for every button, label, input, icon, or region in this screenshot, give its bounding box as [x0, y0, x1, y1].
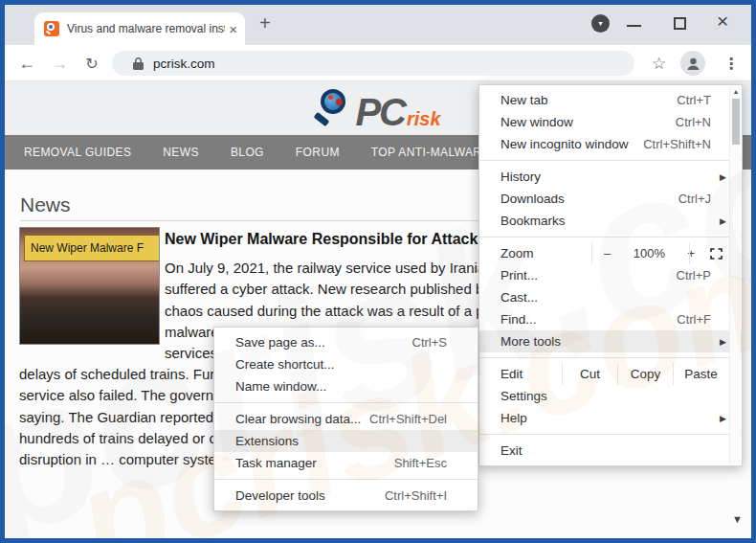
menu-item-new-incognito-window[interactable]: New incognito window Ctrl+Shift+N [479, 133, 742, 155]
menu-item-exit[interactable]: Exit [479, 440, 742, 462]
fullscreen-icon [710, 248, 723, 260]
menu-item-edit: Edit Cut Copy Paste [479, 363, 742, 385]
more-tools-submenu: Save page as... Ctrl+S Create shortcut..… [213, 327, 478, 511]
menu-item-print[interactable]: Print... Ctrl+P [479, 264, 742, 286]
article-line: chaos caused during the attack was a res… [165, 301, 494, 322]
title-bar: Virus and malware removal instru × + ▼ × [5, 5, 751, 45]
menu-label: New tab [500, 93, 548, 107]
menu-item-new-tab[interactable]: New tab Ctrl+T [479, 89, 742, 111]
menu-label: Edit [500, 367, 523, 381]
nav-top-anti-malware[interactable]: TOP ANTI-MALWARE [371, 146, 490, 159]
url-text: pcrisk.com [153, 57, 215, 71]
nav-blog[interactable]: BLOG [231, 146, 264, 159]
menu-item-find[interactable]: Find... Ctrl+F [479, 308, 742, 330]
article-line: suffered a cyber attack. New research pu… [165, 279, 494, 300]
submenu-arrow-icon: ▶ [720, 216, 726, 226]
submenu-item-save-page-as[interactable]: Save page as... Ctrl+S [214, 331, 478, 353]
menu-separator [479, 237, 742, 238]
article-body-continued: delays of scheduled trains. Fur service … [19, 364, 216, 470]
nav-removal-guides[interactable]: REMOVAL GUIDES [24, 146, 131, 159]
submenu-arrow-icon: ▶ [720, 414, 726, 423]
menu-label: Bookmarks [500, 214, 566, 228]
article-line: disruption in … computer syste [19, 449, 216, 470]
menu-label: Save page as... [235, 335, 325, 350]
menu-scrollbar[interactable]: ▲ [729, 86, 741, 464]
menu-item-bookmarks[interactable]: Bookmarks ▶ [479, 210, 742, 232]
logo-text-pc: PC [355, 95, 405, 129]
menu-separator [479, 160, 742, 161]
menu-shortcut: Ctrl+Shift+I [385, 488, 447, 503]
menu-item-new-window[interactable]: New window Ctrl+N [479, 111, 742, 133]
menu-label: Task manager [235, 456, 317, 470]
menu-item-help[interactable]: Help ▶ [479, 407, 742, 429]
scroll-up-icon[interactable]: ▲ [730, 88, 742, 95]
menu-item-more-tools[interactable]: More tools ▶ [479, 330, 742, 352]
menu-item-cast[interactable]: Cast... [479, 286, 742, 308]
back-button[interactable]: ← [14, 45, 39, 81]
menu-item-history[interactable]: History ▶ [479, 166, 742, 188]
submenu-item-name-window[interactable]: Name window... [214, 375, 478, 397]
tab-close-icon[interactable]: × [229, 21, 237, 37]
submenu-arrow-icon: ▶ [720, 172, 726, 182]
zoom-out-button[interactable]: – [604, 246, 611, 260]
pcrisk-favicon-icon [44, 21, 59, 36]
edit-cut-button[interactable]: Cut [562, 363, 617, 385]
forward-button: → [47, 45, 72, 81]
scroll-down-icon[interactable]: ▼ [732, 513, 743, 525]
menu-label: Clear browsing data... [235, 412, 361, 426]
tab-search-icon[interactable]: ▼ [591, 14, 610, 33]
menu-item-downloads[interactable]: Downloads Ctrl+J [479, 188, 742, 210]
new-tab-button[interactable]: + [259, 12, 271, 34]
menu-label: Name window... [235, 379, 326, 394]
menu-label: New incognito window [500, 137, 629, 151]
window-minimize-button[interactable] [627, 25, 641, 27]
menu-label: Extensions [235, 434, 299, 448]
scrollbar-thumb[interactable] [732, 99, 740, 145]
menu-label: Developer tools [235, 488, 325, 503]
menu-label: Create shortcut... [235, 357, 335, 372]
article-thumbnail[interactable]: New Wiper Malware F [19, 227, 160, 345]
menu-label: Downloads [500, 192, 565, 206]
edit-copy-button[interactable]: Copy [617, 363, 673, 385]
edit-paste-button[interactable]: Paste [673, 363, 728, 385]
submenu-item-developer-tools[interactable]: Developer tools Ctrl+Shift+I [214, 485, 478, 507]
browser-window: Virus and malware removal instru × + ▼ ×… [0, 0, 756, 543]
menu-label: Zoom [500, 246, 534, 260]
menu-shortcut: Ctrl+N [676, 115, 711, 129]
logo-text-risk: risk [407, 108, 441, 129]
menu-shortcut: Shift+Esc [394, 456, 447, 470]
article-line: service also failed. The govern [19, 385, 216, 406]
browser-tab[interactable]: Virus and malware removal instru × [34, 12, 245, 45]
chrome-menu-button[interactable]: ⋮ [720, 45, 743, 81]
nav-forum[interactable]: FORUM [296, 146, 340, 159]
menu-label: Cast... [500, 290, 538, 305]
address-bar[interactable]: pcrisk.com [112, 51, 634, 76]
menu-separator [479, 357, 742, 358]
tab-title: Virus and malware removal instru [67, 22, 225, 35]
profile-avatar[interactable] [680, 51, 705, 76]
menu-item-settings[interactable]: Settings [479, 385, 742, 407]
menu-separator [214, 479, 478, 480]
bookmark-star-icon[interactable]: ☆ [652, 45, 666, 81]
menu-label: Settings [500, 389, 547, 403]
submenu-arrow-icon: ▶ [720, 337, 726, 347]
pcrisk-logo[interactable]: PC risk [315, 87, 440, 129]
menu-item-zoom: Zoom – 100% + [479, 242, 742, 264]
chrome-menu: New tab Ctrl+T New window Ctrl+N New inc… [478, 84, 743, 466]
window-close-button[interactable]: × [717, 11, 728, 31]
submenu-item-extensions[interactable]: Extensions [214, 430, 478, 452]
article-line: delays of scheduled trains. Fur [19, 364, 216, 385]
nav-news[interactable]: NEWS [163, 146, 199, 159]
submenu-item-create-shortcut[interactable]: Create shortcut... [214, 353, 478, 375]
reload-button[interactable]: ↻ [79, 45, 104, 81]
submenu-item-clear-browsing-data[interactable]: Clear browsing data... Ctrl+Shift+Del [214, 408, 478, 430]
submenu-item-task-manager[interactable]: Task manager Shift+Esc [214, 452, 478, 474]
menu-shortcut: Ctrl+J [678, 192, 711, 206]
menu-label: Help [500, 411, 527, 425]
menu-separator [214, 402, 478, 403]
browser-toolbar: ← → ↻ pcrisk.com ☆ ⋮ [5, 45, 751, 81]
window-maximize-button[interactable] [674, 17, 686, 30]
zoom-level: 100% [634, 246, 665, 260]
menu-shortcut: Ctrl+P [677, 268, 711, 283]
person-icon [686, 57, 700, 71]
